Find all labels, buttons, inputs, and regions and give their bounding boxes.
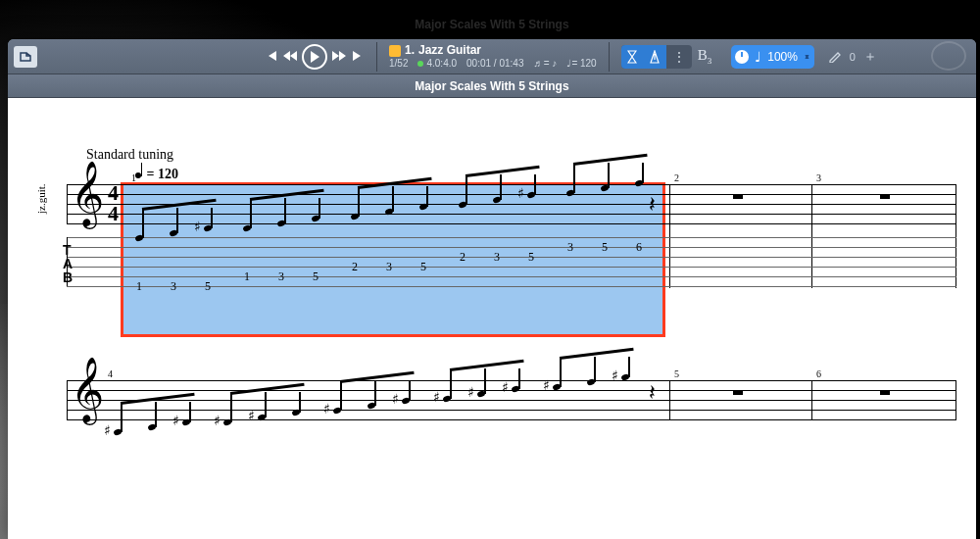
score-viewport[interactable]: Standard tuning = 120 jz.guit. 𝄞 44 1 2 … <box>8 98 976 539</box>
pitch-info: ♬ = ♪ <box>533 58 557 69</box>
sharp-accidental: ♯ <box>467 384 474 401</box>
note-stem <box>340 380 342 411</box>
note-stem <box>176 208 178 233</box>
tempo-info: ♩= 120 <box>566 58 596 69</box>
bar-number: 2 <box>674 172 679 183</box>
beam <box>121 393 195 405</box>
document-title-bar: Major Scales With 5 Strings <box>8 74 976 98</box>
fret-number: 1 <box>135 279 143 294</box>
track-instrument-icon <box>389 45 401 57</box>
note-stem <box>466 174 467 205</box>
bar-number: 3 <box>816 172 821 183</box>
whole-rest <box>880 194 890 199</box>
export-icon <box>19 51 32 63</box>
app-window: 1. Jazz Guitar 1/52 4.0:4.0 00:01 / 01:4… <box>8 39 976 539</box>
note-stem <box>250 198 252 228</box>
whole-rest <box>880 390 890 395</box>
note-stem <box>230 392 232 422</box>
rewind-button[interactable] <box>282 49 298 65</box>
sharp-accidental: ♯ <box>172 413 179 429</box>
sharp-accidental: ♯ <box>194 219 201 235</box>
track-info[interactable]: 1. Jazz Guitar 1/52 4.0:4.0 00:01 / 01:4… <box>389 44 597 68</box>
zoom-control[interactable]: ♩ 100% ▲▼ <box>731 45 814 69</box>
add-button[interactable]: ＋ <box>863 48 877 66</box>
view-mode-hourglass[interactable] <box>621 45 643 69</box>
bars-counter: 1/52 <box>389 58 408 69</box>
pen-count: 0 <box>850 51 856 63</box>
sharp-accidental: ♯ <box>214 413 220 429</box>
fret-number: 3 <box>385 260 393 274</box>
note-stem <box>358 186 360 217</box>
note-stem <box>392 186 394 212</box>
window-title: Major Scales With 5 Strings <box>8 18 976 31</box>
fret-number: 2 <box>351 260 359 274</box>
note-stem <box>534 174 536 195</box>
fret-number: 5 <box>312 270 319 284</box>
beam <box>340 371 415 383</box>
tab-staff-1: T A B 135135235235356 <box>67 237 956 286</box>
fret-number: 5 <box>419 260 427 274</box>
whole-rest <box>733 390 743 395</box>
zoom-value: 100% <box>767 50 798 64</box>
tempo-marking: = 120 <box>135 167 966 182</box>
bar-number: 5 <box>674 368 679 379</box>
toolbar: 1. Jazz Guitar 1/52 4.0:4.0 00:01 / 01:4… <box>8 39 976 74</box>
view-mode-more[interactable]: ⋮ <box>666 45 692 69</box>
note-stem <box>518 368 520 389</box>
treble-clef-icon: 𝄞 <box>71 174 104 215</box>
note-stem <box>265 392 267 417</box>
note-stem <box>318 198 320 219</box>
note-stem <box>299 392 301 413</box>
bar-number: 1 <box>131 172 136 183</box>
note-stem <box>426 186 428 207</box>
view-mode-segmented: ⋮ <box>621 45 692 69</box>
note-stem <box>450 368 452 399</box>
skip-end-button[interactable] <box>351 49 365 65</box>
time-signature: 44 <box>108 183 119 224</box>
pen-tool-button[interactable] <box>828 49 842 65</box>
treble-clef-icon: 𝄞 <box>71 370 104 411</box>
fret-number: 5 <box>527 250 535 265</box>
sharp-accidental: ♯ <box>104 422 111 439</box>
note-stem <box>500 174 502 200</box>
fret-number: 6 <box>635 240 643 255</box>
fret-number: 5 <box>204 279 212 294</box>
metronome-icon <box>649 50 661 64</box>
fret-number: 3 <box>493 250 501 265</box>
note-stem <box>628 357 630 377</box>
sharp-accidental: ♯ <box>517 185 524 202</box>
skip-start-button[interactable] <box>265 49 278 65</box>
view-mode-metronome[interactable] <box>643 45 666 69</box>
system-1: jz.guit. 𝄞 44 1 2 3 ♯♯ <box>57 184 966 341</box>
note-stem <box>594 357 596 382</box>
note-stem <box>142 208 144 238</box>
play-button[interactable] <box>302 44 327 70</box>
export-button[interactable] <box>14 46 37 68</box>
track-name: Jazz Guitar <box>418 44 481 57</box>
beam <box>230 383 305 395</box>
tab-clef: T A B <box>63 243 73 284</box>
whole-rest <box>733 194 743 199</box>
note-stem <box>484 368 486 394</box>
status-dot-icon <box>417 61 423 67</box>
notation-staff-2: 𝄞 4 5 6 ♯♯♯♯♯♯♯♯♯♯♯ 𝄽 <box>67 380 956 419</box>
track-number: 1. <box>405 44 415 57</box>
sharp-accidental: ♯ <box>323 401 330 417</box>
note-stem <box>642 163 644 183</box>
note-stem <box>284 198 286 223</box>
fret-number: 5 <box>601 240 609 255</box>
bar-number: 4 <box>108 368 113 379</box>
time-elapsed: 00:01 <box>466 58 491 69</box>
fast-forward-button[interactable] <box>331 49 347 65</box>
tuning-label: Standard tuning <box>86 147 966 163</box>
note-stem <box>374 380 376 406</box>
sharp-accidental: ♯ <box>392 391 399 408</box>
fret-number: 3 <box>170 279 177 294</box>
hourglass-icon <box>627 50 637 64</box>
sharp-accidental: ♯ <box>502 379 509 396</box>
zoom-knob-icon <box>735 50 749 64</box>
instrument-label: jz.guit. <box>35 183 47 214</box>
fret-number: 3 <box>277 270 285 284</box>
sharp-accidental: ♯ <box>612 368 618 384</box>
note-stem <box>560 357 562 387</box>
